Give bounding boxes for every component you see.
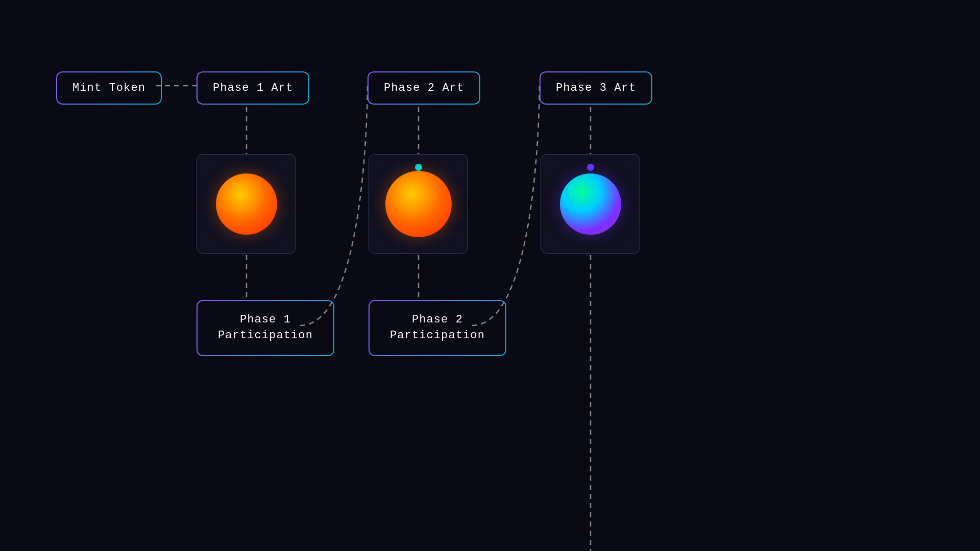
phase1-art-label: Phase 1 Art [213, 82, 293, 94]
phase1-art-visual-node [197, 154, 296, 254]
phase3-art-visual-node [541, 154, 640, 254]
phase1-art-visual [197, 154, 296, 254]
phase2-art-node: Phase 2 Art [368, 71, 480, 105]
phase3-orb [560, 173, 621, 235]
phase2-small-dot [415, 164, 422, 171]
mint-token-label: Mint Token [72, 82, 145, 94]
phase2-art-visual [369, 154, 468, 254]
mint-token-node: Mint Token [56, 71, 162, 105]
phase1-participation-label: Phase 1Participation [218, 313, 313, 342]
phase2-art-visual-node [369, 154, 468, 254]
phase3-art-label: Phase 3 Art [556, 82, 636, 94]
phase3-art-visual [541, 154, 640, 254]
phase2-participation-node: Phase 2Participation [369, 300, 506, 356]
phase1-participation-node: Phase 1Participation [197, 300, 334, 356]
phase2-participation-box: Phase 2Participation [369, 300, 506, 356]
mint-token-box: Mint Token [56, 71, 162, 105]
phase3-art-node: Phase 3 Art [540, 71, 652, 105]
main-canvas: Mint Token Phase 1 Art Phase 2 Art Phase… [0, 0, 980, 551]
phase1-participation-box: Phase 1Participation [197, 300, 334, 356]
phase2-art-box: Phase 2 Art [368, 71, 480, 105]
phase2-orb [385, 171, 452, 237]
phase3-small-dot [587, 164, 594, 171]
phase1-art-node: Phase 1 Art [197, 71, 309, 105]
phase2-art-label: Phase 2 Art [384, 82, 464, 94]
phase1-art-box: Phase 1 Art [197, 71, 309, 105]
phase2-participation-label: Phase 2Participation [390, 313, 485, 342]
phase3-art-box: Phase 3 Art [540, 71, 652, 105]
phase1-orb [216, 173, 277, 235]
